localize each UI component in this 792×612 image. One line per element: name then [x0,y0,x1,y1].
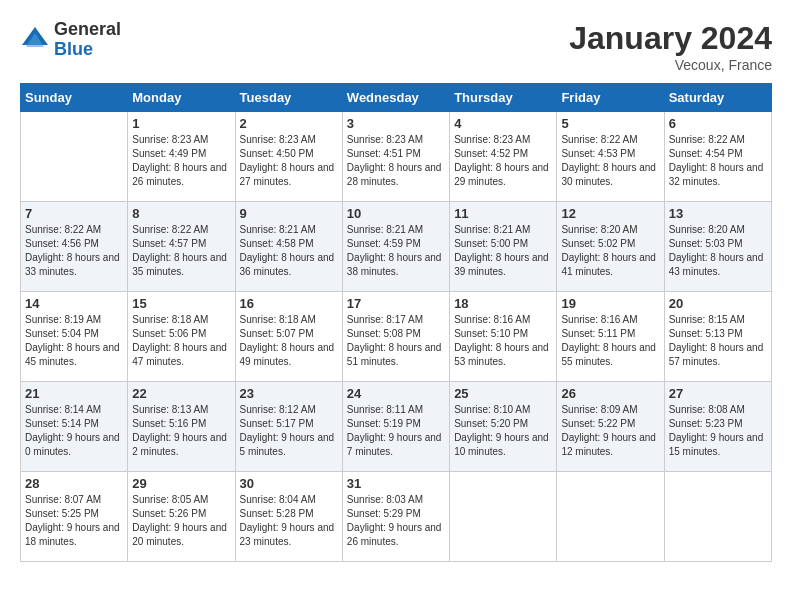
month-title: January 2024 [569,20,772,57]
calendar-week-1: 1Sunrise: 8:23 AM Sunset: 4:49 PM Daylig… [21,112,772,202]
day-number: 11 [454,206,552,221]
col-tuesday: Tuesday [235,84,342,112]
calendar-cell: 24Sunrise: 8:11 AM Sunset: 5:19 PM Dayli… [342,382,449,472]
day-detail: Sunrise: 8:12 AM Sunset: 5:17 PM Dayligh… [240,403,338,459]
calendar-header: Sunday Monday Tuesday Wednesday Thursday… [21,84,772,112]
day-detail: Sunrise: 8:23 AM Sunset: 4:50 PM Dayligh… [240,133,338,189]
day-number: 29 [132,476,230,491]
day-detail: Sunrise: 8:17 AM Sunset: 5:08 PM Dayligh… [347,313,445,369]
day-number: 21 [25,386,123,401]
day-detail: Sunrise: 8:23 AM Sunset: 4:49 PM Dayligh… [132,133,230,189]
day-detail: Sunrise: 8:21 AM Sunset: 5:00 PM Dayligh… [454,223,552,279]
location: Vecoux, France [569,57,772,73]
calendar-cell: 11Sunrise: 8:21 AM Sunset: 5:00 PM Dayli… [450,202,557,292]
day-detail: Sunrise: 8:07 AM Sunset: 5:25 PM Dayligh… [25,493,123,549]
day-detail: Sunrise: 8:16 AM Sunset: 5:10 PM Dayligh… [454,313,552,369]
calendar-cell: 20Sunrise: 8:15 AM Sunset: 5:13 PM Dayli… [664,292,771,382]
calendar-cell: 5Sunrise: 8:22 AM Sunset: 4:53 PM Daylig… [557,112,664,202]
calendar-cell: 9Sunrise: 8:21 AM Sunset: 4:58 PM Daylig… [235,202,342,292]
day-number: 25 [454,386,552,401]
calendar-cell: 16Sunrise: 8:18 AM Sunset: 5:07 PM Dayli… [235,292,342,382]
day-number: 8 [132,206,230,221]
day-detail: Sunrise: 8:22 AM Sunset: 4:57 PM Dayligh… [132,223,230,279]
logo-general-text: General [54,20,121,40]
col-wednesday: Wednesday [342,84,449,112]
day-detail: Sunrise: 8:05 AM Sunset: 5:26 PM Dayligh… [132,493,230,549]
day-number: 5 [561,116,659,131]
calendar-cell: 29Sunrise: 8:05 AM Sunset: 5:26 PM Dayli… [128,472,235,562]
day-detail: Sunrise: 8:20 AM Sunset: 5:02 PM Dayligh… [561,223,659,279]
calendar-cell: 12Sunrise: 8:20 AM Sunset: 5:02 PM Dayli… [557,202,664,292]
header-row: Sunday Monday Tuesday Wednesday Thursday… [21,84,772,112]
calendar-cell: 18Sunrise: 8:16 AM Sunset: 5:10 PM Dayli… [450,292,557,382]
day-detail: Sunrise: 8:09 AM Sunset: 5:22 PM Dayligh… [561,403,659,459]
day-detail: Sunrise: 8:18 AM Sunset: 5:07 PM Dayligh… [240,313,338,369]
col-friday: Friday [557,84,664,112]
day-number: 27 [669,386,767,401]
calendar-cell: 6Sunrise: 8:22 AM Sunset: 4:54 PM Daylig… [664,112,771,202]
day-detail: Sunrise: 8:03 AM Sunset: 5:29 PM Dayligh… [347,493,445,549]
calendar-cell: 25Sunrise: 8:10 AM Sunset: 5:20 PM Dayli… [450,382,557,472]
calendar-cell: 1Sunrise: 8:23 AM Sunset: 4:49 PM Daylig… [128,112,235,202]
day-number: 16 [240,296,338,311]
day-number: 2 [240,116,338,131]
calendar-cell: 21Sunrise: 8:14 AM Sunset: 5:14 PM Dayli… [21,382,128,472]
day-number: 9 [240,206,338,221]
calendar-cell: 28Sunrise: 8:07 AM Sunset: 5:25 PM Dayli… [21,472,128,562]
day-number: 30 [240,476,338,491]
day-number: 20 [669,296,767,311]
day-detail: Sunrise: 8:21 AM Sunset: 4:58 PM Dayligh… [240,223,338,279]
calendar-cell: 2Sunrise: 8:23 AM Sunset: 4:50 PM Daylig… [235,112,342,202]
title-block: January 2024 Vecoux, France [569,20,772,73]
calendar-cell: 30Sunrise: 8:04 AM Sunset: 5:28 PM Dayli… [235,472,342,562]
day-number: 31 [347,476,445,491]
calendar-cell [664,472,771,562]
day-detail: Sunrise: 8:23 AM Sunset: 4:52 PM Dayligh… [454,133,552,189]
calendar-cell: 10Sunrise: 8:21 AM Sunset: 4:59 PM Dayli… [342,202,449,292]
day-number: 14 [25,296,123,311]
calendar-cell: 3Sunrise: 8:23 AM Sunset: 4:51 PM Daylig… [342,112,449,202]
calendar-cell: 22Sunrise: 8:13 AM Sunset: 5:16 PM Dayli… [128,382,235,472]
calendar-body: 1Sunrise: 8:23 AM Sunset: 4:49 PM Daylig… [21,112,772,562]
day-number: 18 [454,296,552,311]
day-number: 23 [240,386,338,401]
day-detail: Sunrise: 8:19 AM Sunset: 5:04 PM Dayligh… [25,313,123,369]
day-detail: Sunrise: 8:16 AM Sunset: 5:11 PM Dayligh… [561,313,659,369]
day-detail: Sunrise: 8:15 AM Sunset: 5:13 PM Dayligh… [669,313,767,369]
calendar-cell: 19Sunrise: 8:16 AM Sunset: 5:11 PM Dayli… [557,292,664,382]
day-number: 22 [132,386,230,401]
calendar-cell: 14Sunrise: 8:19 AM Sunset: 5:04 PM Dayli… [21,292,128,382]
day-number: 19 [561,296,659,311]
day-number: 10 [347,206,445,221]
day-number: 13 [669,206,767,221]
day-detail: Sunrise: 8:13 AM Sunset: 5:16 PM Dayligh… [132,403,230,459]
day-number: 26 [561,386,659,401]
col-monday: Monday [128,84,235,112]
day-number: 6 [669,116,767,131]
day-detail: Sunrise: 8:14 AM Sunset: 5:14 PM Dayligh… [25,403,123,459]
logo: General Blue [20,20,121,60]
calendar-cell: 15Sunrise: 8:18 AM Sunset: 5:06 PM Dayli… [128,292,235,382]
calendar-cell: 8Sunrise: 8:22 AM Sunset: 4:57 PM Daylig… [128,202,235,292]
day-number: 12 [561,206,659,221]
day-detail: Sunrise: 8:20 AM Sunset: 5:03 PM Dayligh… [669,223,767,279]
day-detail: Sunrise: 8:22 AM Sunset: 4:53 PM Dayligh… [561,133,659,189]
calendar-cell: 4Sunrise: 8:23 AM Sunset: 4:52 PM Daylig… [450,112,557,202]
day-detail: Sunrise: 8:04 AM Sunset: 5:28 PM Dayligh… [240,493,338,549]
calendar-cell: 13Sunrise: 8:20 AM Sunset: 5:03 PM Dayli… [664,202,771,292]
calendar-cell [21,112,128,202]
day-number: 28 [25,476,123,491]
calendar-cell: 26Sunrise: 8:09 AM Sunset: 5:22 PM Dayli… [557,382,664,472]
logo-blue-text: Blue [54,40,121,60]
day-number: 15 [132,296,230,311]
col-sunday: Sunday [21,84,128,112]
logo-icon [20,25,50,55]
calendar-week-4: 21Sunrise: 8:14 AM Sunset: 5:14 PM Dayli… [21,382,772,472]
day-detail: Sunrise: 8:11 AM Sunset: 5:19 PM Dayligh… [347,403,445,459]
day-detail: Sunrise: 8:23 AM Sunset: 4:51 PM Dayligh… [347,133,445,189]
calendar-cell: 31Sunrise: 8:03 AM Sunset: 5:29 PM Dayli… [342,472,449,562]
day-number: 3 [347,116,445,131]
calendar-cell: 17Sunrise: 8:17 AM Sunset: 5:08 PM Dayli… [342,292,449,382]
day-number: 24 [347,386,445,401]
day-detail: Sunrise: 8:18 AM Sunset: 5:06 PM Dayligh… [132,313,230,369]
